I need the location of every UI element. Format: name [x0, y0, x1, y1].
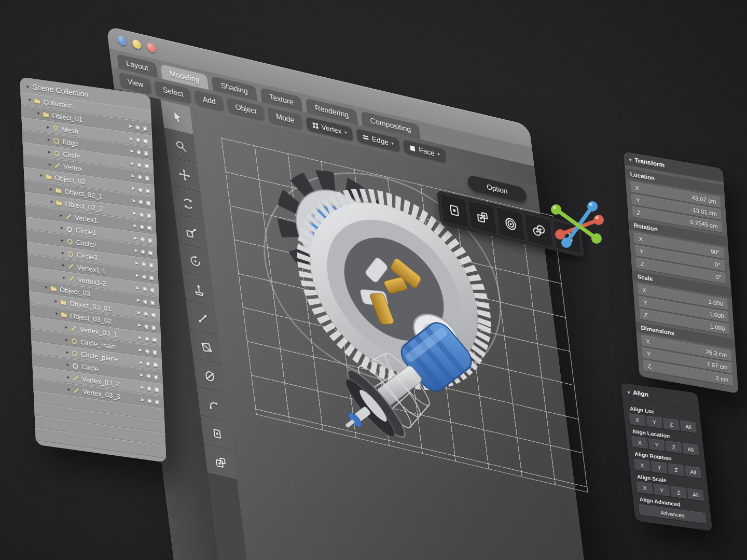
square-dot-icon[interactable]: ▣: [145, 187, 150, 193]
circle-dot-icon[interactable]: ◉: [144, 323, 149, 329]
cursor-icon[interactable]: ➤: [130, 160, 134, 166]
circle-dot-icon[interactable]: ◉: [143, 310, 148, 317]
caret-down-icon[interactable]: [629, 156, 631, 163]
align-button-align-loc-y[interactable]: Y: [646, 415, 663, 428]
circle-dot-icon[interactable]: ◉: [147, 397, 153, 404]
square-dot-icon[interactable]: ▣: [145, 174, 150, 181]
cursor-icon[interactable]: ➤: [128, 122, 133, 129]
square-dot-icon[interactable]: ▣: [142, 124, 147, 131]
cursor-icon[interactable]: ➤: [137, 334, 142, 341]
circle-dot-icon[interactable]: ◉: [142, 285, 147, 292]
circle-dot-icon[interactable]: ◉: [138, 186, 143, 192]
circle-dot-icon[interactable]: ◉: [139, 198, 144, 205]
square-dot-icon[interactable]: ▣: [143, 137, 148, 144]
align-button-align-scale-z[interactable]: Z: [670, 486, 687, 499]
circle-dot-icon[interactable]: ◉: [140, 235, 145, 242]
cursor-icon[interactable]: ➤: [132, 209, 136, 216]
circle-dot-icon[interactable]: ◉: [139, 211, 144, 217]
model-object[interactable]: [242, 133, 613, 519]
cursor-icon[interactable]: ➤: [133, 247, 138, 254]
origin-viewport-button[interactable]: [439, 193, 469, 228]
caret-right-icon[interactable]: ▸: [64, 349, 70, 355]
duplicate-viewport-button[interactable]: [468, 200, 497, 235]
cursor-icon[interactable]: ➤: [134, 259, 139, 266]
align-button-align-loc-x[interactable]: X: [629, 413, 646, 426]
square-dot-icon[interactable]: ▣: [153, 361, 158, 368]
square-dot-icon[interactable]: ▣: [155, 398, 160, 405]
circle-dot-icon[interactable]: ◉: [141, 248, 146, 255]
circle-dot-icon[interactable]: ◉: [136, 148, 141, 155]
cursor-icon[interactable]: ➤: [129, 135, 133, 142]
traffic-light-blue[interactable]: [117, 35, 127, 46]
align-button-align-location-y[interactable]: Y: [648, 438, 666, 451]
square-dot-icon[interactable]: ▣: [144, 162, 149, 169]
cursor-icon[interactable]: ➤: [130, 172, 135, 179]
cursor-icon[interactable]: ➤: [139, 359, 143, 366]
square-dot-icon[interactable]: ▣: [149, 274, 154, 281]
circle-dot-icon[interactable]: ◉: [146, 372, 151, 379]
square-dot-icon[interactable]: ▣: [147, 224, 152, 231]
caret-right-icon[interactable]: ▸: [59, 225, 65, 230]
caret-right-icon[interactable]: ▸: [63, 324, 69, 330]
square-dot-icon[interactable]: ▣: [151, 324, 156, 330]
square-dot-icon[interactable]: ▣: [153, 373, 158, 380]
cursor-icon[interactable]: ➤: [138, 346, 143, 353]
square-dot-icon[interactable]: ▣: [154, 386, 159, 393]
circle-dot-icon[interactable]: ◉: [135, 136, 141, 143]
caret-down-icon[interactable]: ▾: [35, 110, 41, 116]
traffic-light-red[interactable]: [146, 42, 156, 53]
align-button-align-location-all[interactable]: All: [682, 443, 699, 456]
align-button-align-rotation-all[interactable]: All: [685, 466, 702, 479]
caret-right-icon[interactable]: ▸: [60, 249, 66, 255]
caret-right-icon[interactable]: ▸: [47, 161, 52, 167]
cursor-icon[interactable]: ➤: [136, 309, 141, 316]
square-dot-icon[interactable]: ▣: [150, 299, 155, 305]
caret-right-icon[interactable]: ▸: [53, 298, 59, 304]
caret-right-icon[interactable]: ▸: [65, 361, 71, 367]
square-dot-icon[interactable]: ▣: [147, 236, 153, 243]
cursor-icon[interactable]: ➤: [135, 284, 140, 291]
circle-dot-icon[interactable]: ◉: [147, 385, 152, 391]
align-button-align-loc-z[interactable]: Z: [663, 418, 680, 431]
align-button-align-scale-y[interactable]: Y: [653, 484, 670, 497]
square-dot-icon[interactable]: ▣: [143, 149, 148, 156]
caret-down-icon[interactable]: ▾: [27, 97, 33, 103]
cursor-icon[interactable]: ➤: [131, 185, 135, 191]
circle-dot-icon[interactable]: ◉: [140, 223, 145, 230]
square-dot-icon[interactable]: ▣: [146, 212, 151, 218]
menu-add[interactable]: Add: [194, 90, 224, 110]
circle-dot-icon[interactable]: ◉: [143, 298, 148, 304]
align-button-align-location-z[interactable]: Z: [665, 440, 682, 453]
align-button-align-loc-all[interactable]: All: [680, 420, 697, 433]
caret-right-icon[interactable]: ▸: [65, 374, 71, 380]
align-button-align-location-x[interactable]: X: [631, 436, 648, 449]
caret-right-icon[interactable]: ▸: [46, 136, 51, 142]
caret-right-icon[interactable]: ▸: [64, 337, 70, 342]
cursor-icon[interactable]: ➤: [129, 147, 134, 154]
square-dot-icon[interactable]: ▣: [146, 199, 151, 206]
circle-dot-icon[interactable]: ◉: [135, 123, 140, 130]
square-dot-icon[interactable]: ▣: [148, 261, 154, 268]
cursor-icon[interactable]: ➤: [137, 321, 142, 328]
circle-dot-icon[interactable]: ◉: [142, 273, 147, 279]
align-button-align-scale-all[interactable]: All: [687, 488, 704, 501]
cursor-icon[interactable]: ➤: [134, 272, 139, 278]
caret-down-icon[interactable]: ▾: [53, 311, 59, 316]
caret-right-icon[interactable]: ▸: [61, 274, 67, 280]
caret-down-icon[interactable]: [627, 388, 630, 396]
square-dot-icon[interactable]: ▣: [149, 286, 155, 293]
caret-right-icon[interactable]: ▸: [60, 237, 65, 243]
cursor-icon[interactable]: ➤: [135, 297, 140, 303]
orientation-gizmo[interactable]: [545, 195, 613, 255]
proportional-viewport-button[interactable]: [496, 206, 525, 241]
align-button-align-scale-x[interactable]: X: [636, 481, 653, 494]
caret-down-icon[interactable]: ▾: [49, 199, 54, 204]
cursor-icon[interactable]: ➤: [139, 371, 144, 378]
caret-down-icon[interactable]: [26, 82, 29, 91]
cursor-icon[interactable]: ➤: [132, 222, 137, 229]
align-button-align-rotation-z[interactable]: Z: [668, 463, 685, 476]
circle-dot-icon[interactable]: ◉: [141, 260, 146, 267]
circle-dot-icon[interactable]: ◉: [136, 161, 142, 167]
caret-right-icon[interactable]: ▸: [66, 386, 72, 392]
caret-right-icon[interactable]: ▸: [48, 186, 54, 192]
